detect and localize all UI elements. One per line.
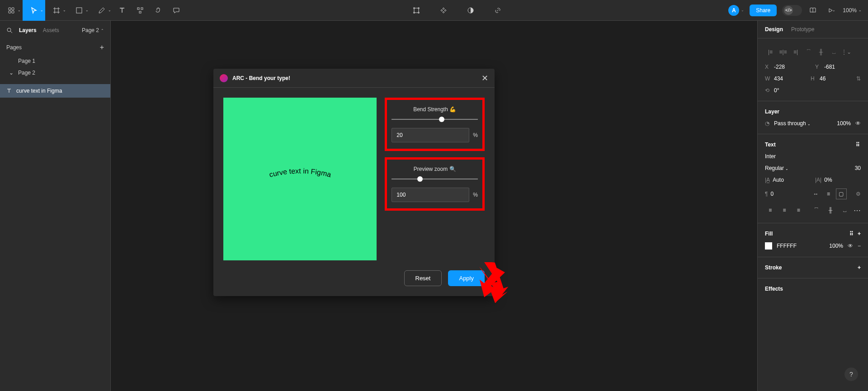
help-button[interactable]: ? xyxy=(844,367,858,381)
align-left-icon[interactable]: |≡ xyxy=(765,47,776,57)
fill-styles-icon[interactable]: ⠿ xyxy=(849,231,854,237)
plugin-title: ARC - Bend your type! xyxy=(232,75,481,81)
fixed-size-icon[interactable]: ▢ xyxy=(836,188,847,199)
frame-selection-icon[interactable] xyxy=(407,0,425,21)
text-settings-icon[interactable]: ⠿ xyxy=(856,141,861,148)
mask-icon[interactable] xyxy=(462,0,480,21)
close-icon[interactable]: ✕ xyxy=(481,73,488,83)
reset-button[interactable]: Reset xyxy=(404,270,442,286)
library-icon[interactable] xyxy=(807,0,818,21)
layer-opacity[interactable]: 100% xyxy=(837,120,851,127)
present-button[interactable]: ⌄ xyxy=(824,0,837,21)
preview-zoom-slider[interactable] xyxy=(392,179,478,179)
move-tool[interactable]: ⌄ xyxy=(23,0,45,21)
h-label: H xyxy=(811,75,817,82)
fill-hex[interactable]: FFFFFF xyxy=(777,243,797,249)
main-menu-button[interactable]: ⌄ xyxy=(0,0,23,21)
align-top-icon[interactable]: ⎴ xyxy=(803,47,814,57)
text-title: Text xyxy=(765,141,776,148)
user-avatar[interactable]: A xyxy=(728,5,739,16)
auto-height-icon[interactable]: ≡ xyxy=(823,188,834,199)
font-weight[interactable]: Regular ⌄ xyxy=(765,165,788,171)
assets-tab[interactable]: Assets xyxy=(43,27,59,33)
frame-tool[interactable]: ⌄ xyxy=(45,0,68,21)
text-more-icon[interactable]: ⚙ xyxy=(856,191,861,197)
svg-rect-1 xyxy=(12,8,14,10)
shape-tool[interactable]: ⌄ xyxy=(68,0,90,21)
add-page-button[interactable]: + xyxy=(100,43,104,52)
preview-zoom-control: Preview zoom 🔍 % xyxy=(385,157,485,211)
text-tool[interactable] xyxy=(113,0,131,21)
prototype-tab[interactable]: Prototype xyxy=(791,26,814,33)
bend-strength-input[interactable] xyxy=(392,128,469,142)
page-item-2[interactable]: Page 2 xyxy=(0,67,110,79)
layers-tab[interactable]: Layers xyxy=(19,27,37,33)
x-value[interactable]: -228 xyxy=(774,64,785,70)
distribute-icon[interactable]: ⋮⌄ xyxy=(841,47,852,57)
blend-icon[interactable]: ◔ xyxy=(765,120,769,127)
bend-strength-slider[interactable] xyxy=(392,119,478,120)
align-center-h-icon[interactable]: ≡|≡ xyxy=(778,47,788,57)
page-item-1[interactable]: Page 1 xyxy=(0,55,110,67)
text-align-center-icon[interactable]: ≡ xyxy=(779,205,789,216)
hand-tool[interactable] xyxy=(149,0,167,21)
auto-width-icon[interactable]: ↔ xyxy=(811,188,821,199)
w-value[interactable]: 434 xyxy=(774,75,783,82)
component-icon[interactable] xyxy=(434,0,453,21)
font-size[interactable]: 30 xyxy=(855,165,861,171)
add-fill-icon[interactable]: + xyxy=(858,231,861,237)
text-align-middle-icon[interactable]: ╫ xyxy=(825,205,835,216)
text-align-left-icon[interactable]: ≡ xyxy=(765,205,775,216)
resources-tool[interactable] xyxy=(131,0,149,21)
align-center-v-icon[interactable]: ╫ xyxy=(816,47,826,57)
font-family[interactable]: Inter xyxy=(765,153,776,160)
right-panel: Design Prototype |≡ ≡|≡ ≡| ⎴ ╫ ⎵ ⋮⌄ X-22… xyxy=(757,21,868,391)
align-right-icon[interactable]: ≡| xyxy=(790,47,801,57)
y-value[interactable]: -681 xyxy=(824,64,835,70)
rotation-value[interactable]: 0° xyxy=(774,87,779,94)
fill-visibility-icon[interactable]: 👁 xyxy=(848,243,853,249)
preview-zoom-input[interactable] xyxy=(392,188,469,202)
text-options-icon[interactable]: ⋯ xyxy=(854,206,861,215)
fill-title: Fill xyxy=(765,231,773,237)
remove-fill-icon[interactable]: − xyxy=(858,243,861,249)
add-stroke-icon[interactable]: + xyxy=(858,264,861,271)
page-selector[interactable]: Page 2⌃ xyxy=(82,27,104,33)
align-bottom-icon[interactable]: ⎵ xyxy=(828,47,839,57)
text-align-top-icon[interactable]: ⎴ xyxy=(811,205,821,216)
line-height-icon: |A̲ xyxy=(765,177,770,183)
share-button[interactable]: Share xyxy=(750,5,777,16)
pen-tool[interactable]: ⌄ xyxy=(90,0,113,21)
letter-spacing[interactable]: 0% xyxy=(824,177,832,183)
paragraph-spacing[interactable]: 0 xyxy=(770,191,774,197)
stroke-title: Stroke xyxy=(765,264,782,271)
layer-item[interactable]: curve text in Figma xyxy=(0,84,110,98)
text-align-right-icon[interactable]: ≡ xyxy=(793,205,804,216)
y-label: Y xyxy=(815,64,821,70)
svg-rect-11 xyxy=(137,8,139,9)
h-value[interactable]: 46 xyxy=(820,75,826,82)
bend-strength-control: Bend Strength 💪 % xyxy=(385,98,485,151)
link-icon[interactable] xyxy=(489,0,507,21)
fill-opacity[interactable]: 100% xyxy=(829,243,843,249)
svg-rect-13 xyxy=(139,11,141,13)
design-tab[interactable]: Design xyxy=(765,26,783,33)
blend-mode[interactable]: Pass through ⌄ xyxy=(774,120,811,127)
text-align-bottom-icon[interactable]: ⎵ xyxy=(840,205,850,216)
layer-title: Layer xyxy=(765,108,779,115)
zoom-level[interactable]: 100%⌄ xyxy=(843,7,862,14)
top-toolbar: ⌄ ⌄ ⌄ ⌄ ⌄ A ⌄ Share </> ⌄ 100%⌄ xyxy=(0,0,868,21)
code-icon: </> xyxy=(784,6,793,15)
constrain-icon[interactable]: ⇅ xyxy=(856,75,861,82)
svg-rect-8 xyxy=(76,8,82,13)
letter-spacing-icon: |A| xyxy=(815,177,821,183)
comment-tool[interactable] xyxy=(167,0,185,21)
visibility-icon[interactable]: 👁 xyxy=(855,120,861,127)
svg-marker-25 xyxy=(476,264,505,301)
fill-swatch[interactable] xyxy=(765,242,772,250)
dev-mode-toggle[interactable]: </> xyxy=(782,5,802,16)
w-label: W xyxy=(765,75,771,82)
line-height[interactable]: Auto xyxy=(773,177,784,183)
search-icon[interactable] xyxy=(6,27,13,33)
svg-rect-3 xyxy=(12,11,14,13)
